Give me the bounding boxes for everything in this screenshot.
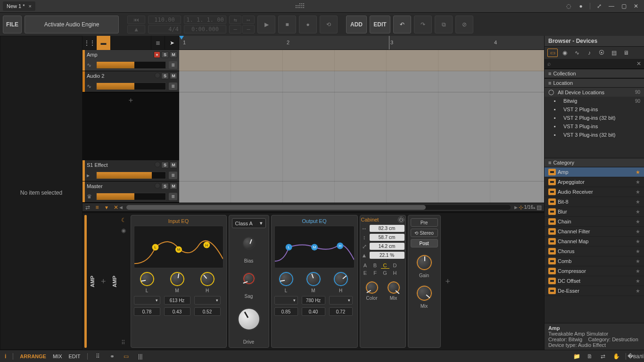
star-icon[interactable]: ★	[636, 189, 640, 195]
clear-search-icon[interactable]: ✕	[636, 60, 641, 67]
track-menu-button[interactable]: ≡	[169, 172, 177, 179]
horizontal-scrollbar[interactable]	[126, 205, 511, 210]
stop-button[interactable]: ■	[278, 16, 296, 33]
arranger-canvas[interactable]	[179, 50, 544, 203]
record-arm-button[interactable]	[155, 73, 160, 78]
hand-icon[interactable]: ✋	[612, 353, 620, 360]
record-arm-button[interactable]	[155, 162, 160, 167]
solo-button[interactable]: S	[161, 51, 169, 58]
file-button[interactable]: FILE	[3, 16, 22, 33]
add-device-before-button[interactable]: +	[98, 277, 109, 287]
bus-track-row[interactable]: S1 Effect S M ▸ ≡	[83, 160, 179, 181]
track-menu-button[interactable]: ≡	[169, 61, 177, 69]
follow-playhead-icon[interactable]: ⇄	[84, 204, 91, 211]
location-item[interactable]: ▪VST 3 Plug-ins	[545, 122, 644, 131]
file-icon[interactable]: 🗎	[586, 353, 594, 360]
eq-mid-value[interactable]: 0.43	[164, 307, 190, 316]
cabinet-variant-h[interactable]: H	[391, 270, 399, 276]
cabinet-power-icon[interactable]: ⏻	[398, 216, 405, 223]
category-header[interactable]: ≡Category	[545, 158, 644, 167]
mix-knob[interactable]	[416, 285, 433, 302]
bias-knob[interactable]	[242, 237, 256, 250]
panel-toggle-icon[interactable]: ▤	[536, 204, 542, 211]
cab-width[interactable]: 82.3 cm	[370, 225, 405, 232]
mixer-icon[interactable]: �валі	[632, 353, 639, 360]
location-item[interactable]: ▪VST 3 Plug-ins (32 bit)	[545, 131, 644, 139]
post-button[interactable]: Post	[411, 239, 438, 247]
browser-tab-samples[interactable]: ∿	[572, 49, 582, 57]
volume-slider[interactable]	[96, 193, 166, 200]
category-item[interactable]: DC Offset★	[545, 276, 644, 286]
category-item[interactable]: Arpeggiator★	[545, 177, 644, 187]
record-indicator-icon[interactable]: ●	[578, 3, 584, 9]
collection-header[interactable]: ≡Collection	[545, 69, 644, 78]
record-arm-button[interactable]: ●	[154, 51, 160, 58]
scroll-right-icon[interactable]: ▶	[514, 205, 518, 210]
eq-high-shape[interactable]: ▾	[194, 296, 221, 304]
browser-tab-files[interactable]: 🖥	[621, 49, 631, 57]
star-icon[interactable]: ★	[636, 179, 640, 185]
browser-tab-multisamples[interactable]: ♪	[584, 49, 594, 57]
handle-icon[interactable]: ⠿	[121, 339, 128, 346]
clear-icon[interactable]: ✕	[113, 204, 119, 211]
category-item[interactable]: Compressor★	[545, 266, 644, 276]
close-tab-icon[interactable]: ×	[29, 3, 32, 9]
solo-button[interactable]: S	[161, 73, 169, 79]
tempo-display[interactable]: 110.00 4/4	[148, 16, 181, 33]
browser-tab-devices[interactable]: ▭	[547, 49, 558, 57]
oeq-low-value[interactable]: 0.85	[274, 307, 298, 316]
star-icon[interactable]: ★	[636, 219, 640, 225]
solo-button[interactable]: S	[161, 162, 169, 168]
viewmode-clips[interactable]: ⋮⋮	[83, 36, 97, 50]
tool-pointer[interactable]: ➤	[165, 36, 179, 50]
cab-thickness[interactable]: 22.1 %	[370, 252, 405, 259]
mute-button[interactable]: M	[170, 73, 177, 79]
eq-low-knob[interactable]	[139, 271, 155, 287]
star-icon[interactable]: ★	[636, 229, 640, 235]
master-track-row[interactable]: Master S M ♛ ≡	[83, 181, 179, 203]
track-menu-button[interactable]: ≡	[169, 82, 177, 90]
oeq-high-shape[interactable]: ▾	[329, 296, 353, 304]
record-button[interactable]: ●	[299, 16, 317, 33]
location-item[interactable]: ▪VST 2 Plug-ins (32 bit)	[545, 114, 644, 122]
autowrite-button[interactable]: ⟲	[320, 16, 338, 33]
moon-icon[interactable]: ☾	[121, 217, 128, 223]
track-row[interactable]: Audio 2 S M ∿ ≡	[83, 71, 179, 92]
mute-button[interactable]: M	[170, 51, 177, 58]
category-item[interactable]: Blur★	[545, 207, 644, 217]
oeq-high-value[interactable]: 0.72	[329, 307, 353, 316]
star-icon[interactable]: ★	[636, 239, 640, 245]
drive-knob[interactable]	[237, 307, 261, 331]
star-icon[interactable]: ★	[636, 248, 640, 255]
eq-high-value[interactable]: 0.52	[194, 307, 221, 316]
eq-high-knob[interactable]	[199, 271, 215, 287]
panel1-icon[interactable]: ⠿	[94, 353, 102, 360]
chevron-down-icon[interactable]: ▾	[103, 204, 110, 211]
cabinet-variant-a[interactable]: A	[361, 263, 370, 269]
zoom-value[interactable]: 1/16	[524, 205, 533, 210]
browser-tab-packages[interactable]: ▤	[609, 49, 619, 57]
playhead-icon[interactable]	[179, 36, 184, 40]
close-icon[interactable]: ✕	[633, 3, 639, 9]
maximize-icon[interactable]: ▢	[620, 3, 627, 9]
position-bars[interactable]: 1. 1. 1. 00	[184, 16, 226, 24]
category-item[interactable]: Amp★	[545, 167, 644, 177]
pre-button[interactable]: Pre	[411, 218, 438, 227]
view-arrange[interactable]: ARRANGE	[20, 354, 46, 359]
project-tab[interactable]: New 1 * ×	[3, 1, 35, 11]
solo-button[interactable]: S	[161, 183, 169, 189]
cabinet-variant-c[interactable]: C	[381, 263, 389, 269]
expand-icon[interactable]: ⤢	[596, 3, 603, 9]
stereo-button[interactable]: ⟲Stereo	[411, 229, 438, 237]
mute-button[interactable]: M	[170, 162, 177, 168]
category-item[interactable]: Bit-8★	[545, 197, 644, 207]
record-arm-button[interactable]	[155, 183, 160, 189]
cab-height[interactable]: 58.7 cm	[370, 234, 405, 241]
cabinet-variant-d[interactable]: D	[391, 263, 399, 269]
sag-knob[interactable]	[242, 272, 256, 285]
cabinet-variant-f[interactable]: F	[371, 270, 380, 276]
cabinet-variant-g[interactable]: G	[381, 270, 389, 276]
oeq-low-shape[interactable]: ▾	[274, 296, 298, 304]
redo-button[interactable]: ↷	[414, 16, 432, 33]
loop-controls[interactable]: ⇆↦ ——	[229, 16, 255, 33]
